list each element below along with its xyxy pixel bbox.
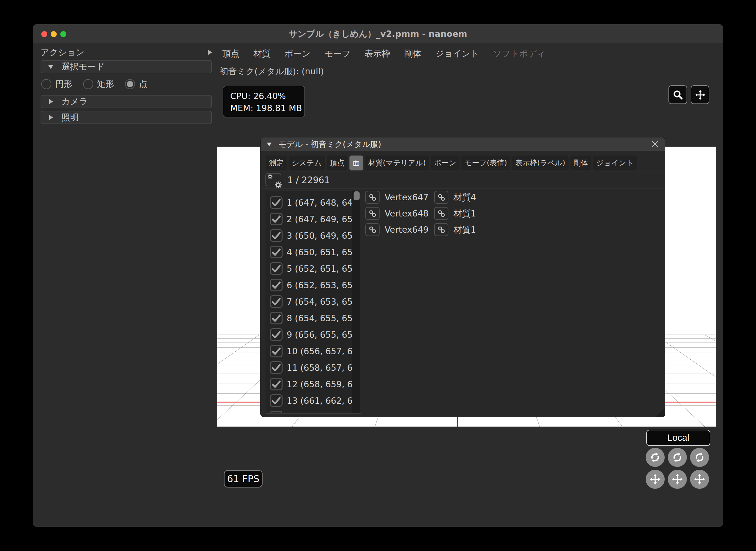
- link-icon: [437, 193, 446, 202]
- radio-icon-selected[interactable]: [125, 79, 135, 89]
- link-icon: [437, 209, 446, 218]
- face-checkbox[interactable]: [270, 295, 283, 308]
- face-checkbox[interactable]: [270, 229, 283, 242]
- scrollbar-thumb[interactable]: [354, 191, 360, 200]
- edit-tab-joint[interactable]: ジョイント: [435, 48, 479, 59]
- face-list-content: 1 (647, 648, 649) 2 (647, 649, 650) 3 (6…: [266, 190, 361, 414]
- dialog-close-button[interactable]: [650, 139, 660, 149]
- radio-icon[interactable]: [83, 79, 93, 89]
- check-icon: [271, 395, 282, 406]
- model-dialog-header[interactable]: モデル - 初音ミク(メタル服): [261, 137, 665, 151]
- edit-tab-morph[interactable]: モーフ: [324, 48, 350, 59]
- face-checkbox[interactable]: [270, 411, 283, 414]
- face-label: 9 (656, 655, 657): [287, 330, 361, 340]
- move-icon: [671, 473, 684, 486]
- scrollbar-track[interactable]: [352, 190, 361, 413]
- edit-tab-material[interactable]: 材質: [253, 48, 270, 59]
- collapse-down-icon[interactable]: [266, 141, 273, 147]
- face-list[interactable]: 1 (647, 648, 649) 2 (647, 649, 650) 3 (6…: [266, 190, 361, 414]
- vertex-label: Vertex649: [385, 225, 429, 234]
- face-checkbox[interactable]: [270, 213, 283, 225]
- edit-tab-rigid-body[interactable]: 剛体: [404, 48, 421, 59]
- face-row[interactable]: 10 (656, 657, 658): [266, 343, 361, 359]
- edit-tab-vertex[interactable]: 頂点: [222, 48, 239, 59]
- face-row[interactable]: 2 (647, 649, 650): [266, 211, 361, 227]
- minimize-window-button[interactable]: [51, 31, 57, 37]
- section-light[interactable]: 照明: [41, 111, 212, 124]
- material-link-button[interactable]: [434, 191, 448, 204]
- section-selection-mode[interactable]: 選択モード: [41, 60, 212, 73]
- material-label: 材質4: [453, 192, 476, 203]
- face-row[interactable]: 7 (654, 653, 655): [266, 293, 361, 310]
- face-row[interactable]: 4 (650, 651, 652): [266, 244, 361, 260]
- vertex-link-button[interactable]: [365, 191, 380, 204]
- radio-icon[interactable]: [41, 79, 51, 89]
- face-label: 4 (650, 651, 652): [287, 247, 361, 257]
- face-checkbox[interactable]: [270, 328, 283, 341]
- zoom-tool-button[interactable]: [668, 85, 687, 104]
- dialog-tab-material[interactable]: 材質(マテリアル): [365, 155, 429, 170]
- radio-circle-mode[interactable]: 円形: [41, 78, 72, 90]
- face-label: 12 (658, 659, 660): [287, 379, 361, 389]
- coordinate-mode-button[interactable]: Local: [646, 430, 710, 446]
- face-checkbox[interactable]: [270, 361, 283, 374]
- face-checkbox[interactable]: [270, 246, 283, 258]
- edit-tab-display-frame[interactable]: 表示枠: [365, 48, 390, 59]
- maximize-window-button[interactable]: [60, 31, 66, 37]
- link-icon: [368, 225, 377, 234]
- material-link-button[interactable]: [434, 223, 448, 236]
- face-row[interactable]: 12 (658, 659, 660): [266, 376, 361, 392]
- dialog-tab-display-frame[interactable]: 表示枠(ラベル): [512, 155, 569, 170]
- face-label: 11 (658, 657, 659): [287, 363, 361, 373]
- dialog-tab-measure[interactable]: 測定: [266, 155, 287, 170]
- translate-y-button[interactable]: [668, 470, 687, 489]
- face-row-partial[interactable]: [266, 409, 361, 414]
- material-link-button[interactable]: [434, 207, 448, 220]
- face-row[interactable]: 11 (658, 657, 659): [266, 359, 361, 376]
- dialog-resize-grip[interactable]: [655, 407, 665, 417]
- play-icon[interactable]: [205, 48, 214, 56]
- close-window-button[interactable]: [41, 31, 47, 37]
- radio-rect-mode[interactable]: 矩形: [83, 78, 114, 90]
- vertex-link-button[interactable]: [365, 223, 380, 236]
- face-checkbox[interactable]: [270, 196, 283, 209]
- chevron-down-icon: [47, 63, 55, 70]
- face-row[interactable]: 1 (647, 648, 649): [266, 194, 361, 211]
- dialog-tab-joint[interactable]: ジョイント: [593, 155, 637, 170]
- face-checkbox[interactable]: [270, 312, 283, 325]
- pan-tool-button[interactable]: [691, 85, 709, 104]
- rotate-z-button[interactable]: [690, 448, 709, 467]
- dialog-tab-vertex[interactable]: 頂点: [327, 155, 348, 170]
- rotate-x-button[interactable]: [646, 448, 665, 467]
- rotate-y-button[interactable]: [668, 448, 687, 467]
- face-row[interactable]: 8 (654, 655, 656): [266, 310, 361, 326]
- face-checkbox[interactable]: [270, 345, 283, 358]
- dialog-divider: [261, 171, 665, 171]
- face-row[interactable]: 5 (652, 651, 653): [266, 260, 361, 277]
- face-row[interactable]: 9 (656, 655, 657): [266, 326, 361, 343]
- move-icon: [649, 473, 661, 486]
- dialog-tab-morph[interactable]: モーフ(表情): [461, 155, 510, 170]
- dialog-tab-rigid-body[interactable]: 剛体: [570, 155, 591, 170]
- radio-point-mode[interactable]: 点: [125, 78, 147, 90]
- dialog-tab-system[interactable]: システム: [289, 155, 325, 170]
- titlebar[interactable]: サンプル（きしめん）_v2.pmm - nanoem: [33, 24, 723, 44]
- edit-tab-bone[interactable]: ボーン: [284, 48, 310, 59]
- close-icon: [650, 139, 660, 149]
- vertex-link-button[interactable]: [365, 207, 380, 220]
- face-checkbox[interactable]: [270, 378, 283, 390]
- fps-badge: 61 FPS: [224, 470, 263, 488]
- dialog-tab-face[interactable]: 面: [349, 155, 363, 170]
- dialog-tab-bone[interactable]: ボーン: [431, 155, 459, 170]
- face-checkbox[interactable]: [270, 279, 283, 292]
- face-row[interactable]: 3 (650, 649, 651): [266, 227, 361, 244]
- face-checkbox[interactable]: [270, 262, 283, 275]
- face-row[interactable]: 13 (661, 662, 663): [266, 392, 361, 409]
- translate-z-button[interactable]: [690, 470, 709, 489]
- face-row[interactable]: 6 (652, 653, 654): [266, 277, 361, 293]
- check-icon: [271, 313, 282, 324]
- settings-button[interactable]: [265, 173, 281, 186]
- face-checkbox[interactable]: [270, 394, 283, 407]
- translate-x-button[interactable]: [646, 470, 665, 489]
- section-camera[interactable]: カメラ: [41, 95, 212, 108]
